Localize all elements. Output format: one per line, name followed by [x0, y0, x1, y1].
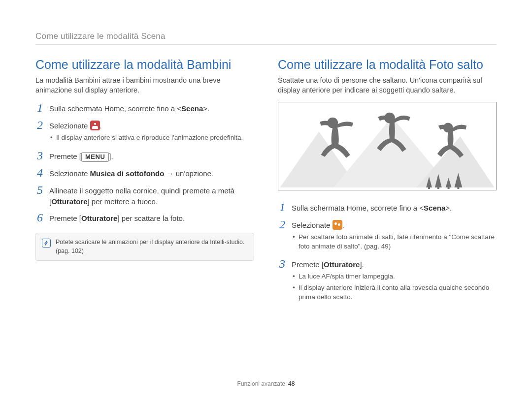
scene-label: Scena	[181, 104, 203, 113]
step-3: 3 Premete [Otturatore]. La luce AF/spia …	[278, 258, 497, 304]
two-column-layout: Come utilizzare la modalità Bambini La m…	[35, 58, 497, 309]
step-number: 2	[35, 119, 44, 145]
step-text: Selezionate . Il display anteriore si at…	[49, 119, 254, 145]
text: .	[100, 122, 102, 130]
step-number: 3	[35, 150, 44, 162]
step-text: Sulla schermata Home, scorrete fino a <S…	[292, 201, 497, 214]
step-1: 1 Sulla schermata Home, scorrete fino a …	[278, 201, 497, 214]
step-5: 5 Allineate il soggetto nella cornice, q…	[35, 184, 254, 207]
step-number: 1	[35, 102, 44, 114]
step-2: 2 Selezionate . Per scattare foto animat…	[278, 218, 497, 253]
shutter-label: Otturatore	[51, 197, 87, 206]
text: >.	[203, 104, 209, 113]
right-column: Come utilizzare la modalità Foto salto S…	[278, 58, 497, 309]
text: Selezionate	[49, 122, 90, 130]
breadcrumb: Come utilizzare le modalità Scena	[35, 31, 497, 45]
section-heading-bambini: Come utilizzare la modalità Bambini	[35, 58, 254, 72]
text: Premete [	[49, 214, 81, 222]
step-number: 4	[35, 167, 44, 179]
sub-bullets: Per scattare foto animate di salti, fate…	[292, 233, 497, 251]
shutter-label: Otturatore	[81, 214, 117, 222]
bullet: La luce AF/spia timer lampeggia.	[292, 272, 497, 281]
svg-rect-3	[457, 185, 459, 189]
svg-rect-2	[448, 185, 450, 189]
scene-label: Scena	[424, 204, 445, 212]
step-text: Allineate il soggetto nella cornice, qui…	[49, 184, 254, 207]
text: ] per mettere a fuoco.	[88, 197, 158, 206]
section-heading-foto-salto: Come utilizzare la modalità Foto salto	[278, 58, 497, 72]
note-icon	[42, 239, 51, 247]
note-box: Potete scaricare le animazioni per il di…	[35, 233, 254, 261]
text: Sulla schermata Home, scorrete fino a <	[49, 104, 181, 113]
kids-mode-icon	[90, 121, 100, 130]
step-1: 1 Sulla schermata Home, scorrete fino a …	[35, 102, 254, 114]
jump-mode-icon	[332, 220, 342, 230]
shutter-label: Otturatore	[324, 260, 360, 269]
menu-button-label: MENU	[81, 152, 109, 162]
bullet: Il display anteriore inizierà il conto a…	[292, 283, 497, 302]
text: Sulla schermata Home, scorrete fino a <	[292, 204, 424, 212]
text: >.	[445, 204, 452, 212]
note-text: Potete scaricare le animazioni per il di…	[56, 238, 248, 255]
left-column: Come utilizzare la modalità Bambini La m…	[35, 58, 254, 309]
step-6: 6 Premete [Otturatore] per scattare la f…	[35, 212, 254, 224]
text: Premete [	[49, 152, 81, 160]
step-text: Premete [Otturatore]. La luce AF/spia ti…	[292, 258, 497, 304]
bold: Musica di sottofondo	[90, 169, 165, 178]
text: Premete [	[292, 260, 324, 269]
step-4: 4 Selezionate Musica di sottofondo → un'…	[35, 167, 254, 179]
step-number: 6	[35, 212, 44, 224]
text: → un'opzione.	[164, 169, 213, 178]
step-number: 3	[278, 258, 287, 304]
footer-section-label: Funzioni avanzate	[237, 380, 285, 387]
step-text: Selezionate Musica di sottofondo → un'op…	[49, 167, 254, 179]
sub-bullets: Il display anteriore si attiva e riprodu…	[49, 133, 254, 143]
manual-page: Come utilizzare le modalità Scena Come u…	[0, 0, 532, 401]
step-number: 2	[278, 218, 287, 253]
svg-rect-0	[428, 185, 430, 189]
text: Selezionate	[49, 169, 90, 178]
step-text: Premete [MENU].	[49, 150, 254, 162]
page-number: 48	[288, 380, 295, 387]
page-footer: Funzioni avanzate48	[0, 380, 532, 387]
step-number: 1	[278, 201, 287, 214]
text: ].	[360, 260, 364, 269]
steps-foto-salto: 1 Sulla schermata Home, scorrete fino a …	[278, 201, 497, 304]
step-text: Sulla schermata Home, scorrete fino a <S…	[49, 102, 254, 114]
text: Selezionate	[292, 221, 332, 229]
intro-foto-salto: Scattate una foto di persone che saltano…	[278, 76, 497, 95]
bullet: Il display anteriore si attiva e riprodu…	[49, 133, 254, 143]
step-text: Selezionate . Per scattare foto animate …	[292, 218, 497, 253]
step-2: 2 Selezionate . Il display anteriore si …	[35, 119, 254, 145]
intro-bambini: La modalità Bambini attrae i bambini mos…	[35, 76, 254, 95]
jump-illustration	[278, 102, 497, 190]
step-3: 3 Premete [MENU].	[35, 150, 254, 162]
sub-bullets: La luce AF/spia timer lampeggia. Il disp…	[292, 272, 497, 302]
text: ].	[109, 152, 113, 160]
text: .	[342, 221, 344, 229]
step-number: 5	[35, 184, 44, 207]
svg-rect-1	[437, 185, 439, 189]
step-text: Premete [Otturatore] per scattare la fot…	[49, 212, 254, 224]
bullet: Per scattare foto animate di salti, fate…	[292, 233, 497, 251]
steps-bambini: 1 Sulla schermata Home, scorrete fino a …	[35, 102, 254, 224]
text: ] per scattare la foto.	[117, 214, 185, 222]
